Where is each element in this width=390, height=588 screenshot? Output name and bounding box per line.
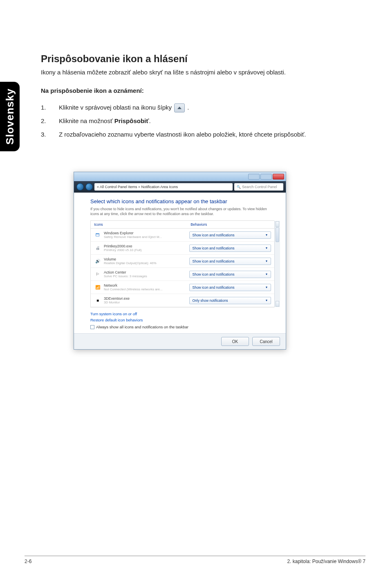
step-3-text: Z rozbaľovacieho zoznamu vyberte vlastno… bbox=[59, 131, 306, 138]
behavior-value: Show icon and notifications bbox=[192, 246, 234, 250]
app-subtext: Not Connected (Wireless networks are... bbox=[104, 287, 189, 291]
maximize-button[interactable] bbox=[260, 174, 272, 180]
list-item: ■3DEventsvr.exe3D MonitorOnly show notif… bbox=[91, 294, 274, 307]
icon-list: Icons Behaviors 🗔Windows ExplorerSafely … bbox=[90, 220, 274, 307]
chevron-down-icon: ▾ bbox=[264, 285, 269, 289]
app-name: Printkey2000.exe bbox=[104, 244, 189, 248]
behavior-select[interactable]: Show icon and notifications▾ bbox=[189, 231, 271, 239]
intro-text: Ikony a hlásenia môžete zobraziť alebo s… bbox=[41, 69, 365, 76]
side-language-label: Slovensky bbox=[4, 88, 16, 145]
page-footer: 2-6 2. kapitola: Používanie Windows® 7 bbox=[25, 556, 365, 564]
notification-area-dialog: « All Control Panel Items » Notification… bbox=[74, 172, 286, 350]
app-subtext: PrintKey 2000 v5.10 (Full) bbox=[104, 248, 189, 252]
app-icon: 🔊 bbox=[94, 258, 101, 265]
behavior-select[interactable]: Show icon and notifications▾ bbox=[189, 284, 271, 291]
close-button[interactable] bbox=[273, 174, 284, 180]
behavior-value: Show icon and notifications bbox=[192, 233, 234, 237]
chapter-label: 2. kapitola: Používanie Windows® 7 bbox=[287, 559, 365, 564]
dialog-description: If you choose to hide icons and notifica… bbox=[90, 207, 274, 216]
list-item: 🏳Action CenterSolve PC issues: 3 message… bbox=[91, 268, 274, 281]
subheading: Na prispôsobenie ikon a oznámení: bbox=[41, 87, 365, 94]
step-2-text-a: Kliknite na možnosť bbox=[59, 117, 114, 124]
app-subtext: 3D Monitor bbox=[104, 301, 189, 304]
ok-button[interactable]: OK bbox=[221, 337, 249, 346]
tray-arrow-icon bbox=[174, 103, 185, 112]
step-2: Kliknite na možnosť Prispôsobiť. bbox=[41, 117, 365, 126]
side-language-tab: Slovensky bbox=[0, 82, 20, 151]
app-name-cell: Windows ExplorerSafely Remove Hardware a… bbox=[104, 231, 189, 239]
behavior-value: Only show notifications bbox=[192, 298, 228, 303]
minimize-button[interactable] bbox=[248, 174, 260, 180]
step-1-text-a: Kliknite v správovej oblasti na ikonu ší… bbox=[59, 104, 173, 111]
step-1: Kliknite v správovej oblasti na ikonu ší… bbox=[41, 103, 365, 112]
always-show-checkbox-row[interactable]: Always show all icons and notifications … bbox=[90, 325, 274, 329]
app-name: Volume bbox=[104, 257, 189, 261]
app-subtext: Solve PC issues: 3 messages bbox=[104, 274, 189, 278]
list-item: 📶NetworkNot Connected (Wireless networks… bbox=[91, 281, 274, 294]
app-name-cell: NetworkNot Connected (Wireless networks … bbox=[104, 283, 189, 291]
step-2-bold: Prispôsobiť bbox=[114, 117, 149, 124]
checkbox-icon[interactable] bbox=[90, 325, 94, 329]
checkbox-label: Always show all icons and notifications … bbox=[96, 325, 188, 329]
app-name: 3DEventsvr.exe bbox=[104, 296, 189, 301]
explorer-nav-bar: « All Control Panel Items » Notification… bbox=[74, 181, 286, 193]
app-name: Network bbox=[104, 283, 189, 287]
app-subtext: Safely Remove Hardware and Eject M... bbox=[104, 235, 189, 239]
behavior-select[interactable]: Only show notifications▾ bbox=[189, 297, 271, 304]
dialog-footer: OK Cancel bbox=[74, 333, 286, 349]
link-system-icons[interactable]: Turn system icons on or off bbox=[90, 312, 274, 316]
behavior-select[interactable]: Show icon and notifications▾ bbox=[189, 245, 271, 252]
breadcrumb[interactable]: « All Control Panel Items » Notification… bbox=[94, 183, 233, 191]
column-behaviors: Behaviors bbox=[191, 222, 271, 227]
page-title: Prispôsobovanie ikon a hlásení bbox=[41, 53, 365, 65]
app-subtext: Realtek Digital Output(Optical): 46% bbox=[104, 261, 189, 265]
step-1-text-b: . bbox=[187, 104, 189, 111]
scrollbar-thumb[interactable] bbox=[276, 227, 279, 242]
app-icon: 🖨 bbox=[94, 245, 101, 251]
scrollbar[interactable] bbox=[274, 221, 280, 307]
behavior-select[interactable]: Show icon and notifications▾ bbox=[189, 258, 271, 265]
list-header: Icons Behaviors bbox=[91, 221, 274, 229]
app-name: Action Center bbox=[104, 270, 189, 274]
step-2-text-b: . bbox=[149, 117, 150, 124]
app-icon: ■ bbox=[94, 297, 101, 304]
chevron-down-icon: ▾ bbox=[264, 246, 269, 250]
dialog-heading: Select which icons and notifications app… bbox=[90, 198, 274, 204]
app-name-cell: Printkey2000.exePrintKey 2000 v5.10 (Ful… bbox=[104, 244, 189, 252]
app-name-cell: 3DEventsvr.exe3D Monitor bbox=[104, 296, 189, 304]
link-restore-defaults[interactable]: Restore default icon behaviors bbox=[90, 318, 274, 322]
behavior-select[interactable]: Show icon and notifications▾ bbox=[189, 271, 271, 278]
chevron-down-icon: ▾ bbox=[264, 233, 269, 237]
nav-back-button[interactable] bbox=[76, 183, 84, 191]
cancel-button[interactable]: Cancel bbox=[252, 337, 280, 346]
page-number: 2-6 bbox=[25, 559, 31, 564]
app-icon: 🏳 bbox=[94, 271, 101, 278]
chevron-down-icon: ▾ bbox=[264, 259, 269, 263]
list-item: 🗔Windows ExplorerSafely Remove Hardware … bbox=[91, 229, 274, 242]
behavior-value: Show icon and notifications bbox=[192, 272, 234, 276]
app-icon: 🗔 bbox=[94, 232, 101, 238]
chevron-down-icon: ▾ bbox=[264, 298, 269, 302]
nav-forward-button[interactable] bbox=[85, 183, 93, 191]
list-item: 🖨Printkey2000.exePrintKey 2000 v5.10 (Fu… bbox=[91, 242, 274, 255]
behavior-value: Show icon and notifications bbox=[192, 285, 234, 290]
list-item: 🔊VolumeRealtek Digital Output(Optical): … bbox=[91, 255, 274, 268]
step-3: Z rozbaľovacieho zoznamu vyberte vlastno… bbox=[41, 130, 365, 139]
column-icons: Icons bbox=[94, 222, 191, 227]
behavior-value: Show icon and notifications bbox=[192, 259, 234, 263]
app-name-cell: VolumeRealtek Digital Output(Optical): 4… bbox=[104, 257, 189, 265]
search-input[interactable]: Search Control Panel bbox=[234, 183, 283, 191]
chevron-down-icon: ▾ bbox=[264, 272, 269, 276]
app-name: Windows Explorer bbox=[104, 231, 189, 235]
app-icon: 📶 bbox=[94, 284, 101, 291]
app-name-cell: Action CenterSolve PC issues: 3 messages bbox=[104, 270, 189, 278]
window-titlebar bbox=[74, 172, 286, 181]
